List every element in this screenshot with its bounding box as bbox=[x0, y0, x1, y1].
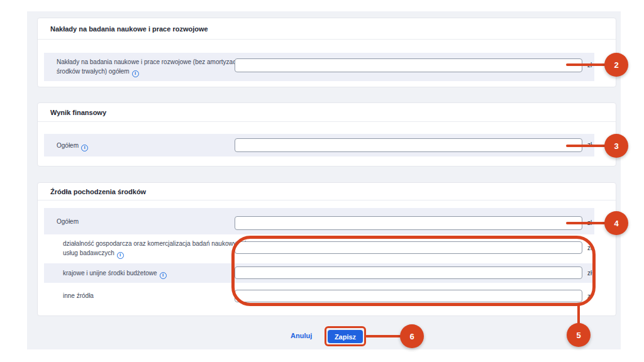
annotation-badge-6: 6 bbox=[400, 324, 424, 348]
annotation-badge-3: 3 bbox=[604, 134, 628, 158]
annotation-line-3 bbox=[566, 145, 606, 147]
field-label: krajowe i unijne środki budżetowei bbox=[63, 268, 167, 279]
annotation-line-2 bbox=[566, 63, 606, 66]
info-icon[interactable]: i bbox=[132, 70, 139, 77]
annotation-rect-save bbox=[325, 326, 366, 346]
wynik-ogolem-input[interactable] bbox=[235, 138, 582, 152]
naklady-ogolem-input[interactable] bbox=[235, 58, 582, 72]
section-card-wynik: Wynik finansowy Ogółemi zł bbox=[37, 102, 616, 167]
annotation-badge-5: 5 bbox=[567, 323, 591, 347]
field-row-naklady-ogolem: Nakłady na badania naukowe i prace rozwo… bbox=[44, 53, 594, 81]
info-icon[interactable]: i bbox=[160, 272, 167, 279]
info-icon[interactable]: i bbox=[81, 145, 88, 151]
section-title-naklady: Nakłady na badania naukowe i prace rozwo… bbox=[38, 18, 616, 40]
field-label-text: Nakłady na badania naukowe i prace rozwo… bbox=[57, 58, 239, 75]
field-label-text: działalność gospodarcza oraz komercjaliz… bbox=[63, 240, 246, 256]
field-label-text: Ogółem bbox=[57, 218, 79, 225]
info-icon[interactable]: i bbox=[117, 252, 124, 259]
section-title-zrodla: Źródła pochodzenia środków bbox=[38, 183, 616, 200]
field-label-text: inne źródła bbox=[63, 292, 94, 299]
field-label: Ogółem bbox=[57, 217, 79, 226]
field-label-text: Ogółem bbox=[57, 142, 79, 149]
annotation-oval-subfields bbox=[231, 236, 596, 306]
field-label: Ogółemi bbox=[57, 141, 88, 151]
annotation-badge-4: 4 bbox=[604, 211, 628, 235]
cancel-button[interactable]: Anuluj bbox=[291, 332, 312, 339]
annotation-line-5 bbox=[577, 304, 580, 324]
section-card-naklady: Nakłady na badania naukowe i prace rozwo… bbox=[37, 18, 616, 87]
section-title-wynik: Wynik finansowy bbox=[38, 103, 616, 122]
annotation-badge-2: 2 bbox=[604, 53, 628, 77]
field-label: działalność gospodarcza oraz komercjaliz… bbox=[63, 239, 247, 259]
field-label: Nakłady na badania naukowe i prace rozwo… bbox=[57, 57, 240, 77]
zrodla-ogolem-input[interactable] bbox=[235, 216, 582, 230]
field-row-zrodla-ogolem: Ogółem zł bbox=[44, 208, 594, 234]
annotation-line-4 bbox=[566, 222, 606, 224]
field-row-wynik-ogolem: Ogółemi zł bbox=[44, 134, 594, 156]
annotation-line-6 bbox=[365, 335, 401, 337]
field-label: inne źródła bbox=[63, 291, 94, 300]
field-label-text: krajowe i unijne środki budżetowe bbox=[63, 270, 157, 277]
